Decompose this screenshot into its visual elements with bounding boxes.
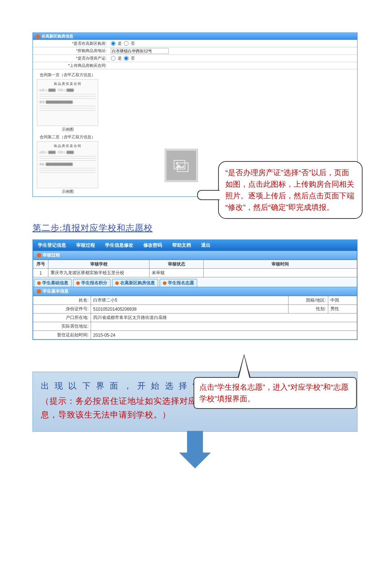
sample-tag-1: 示例图	[35, 127, 100, 132]
sample1-caption: 合同第一页（含甲乙双方信息）	[35, 72, 100, 78]
callout-upload-instruction: “是否办理房产证”选择“否”以后，页面如图，点击此图标，上传购房合同相关照片。逐…	[218, 161, 363, 219]
name-label: 姓名:	[33, 296, 91, 305]
audit-row-status: 未审核	[150, 269, 204, 277]
hukou-value: 四川省成都市青羊区太升路街道白庙路	[91, 314, 357, 322]
audit-table: 序号 审核学校 审核状态 审核时间 1 重庆市九龙坡区驿都实验学校五里分校 未审…	[33, 260, 357, 277]
q-buy-in-district-label: *是否在高新区购房:	[33, 40, 109, 47]
radio-buy-no-label: 否	[131, 41, 135, 46]
tab-housing-info[interactable]: 在高新区购房信息	[112, 279, 158, 287]
tab-label: 学生基础信息	[42, 280, 68, 286]
sample-column: 合同第一页（含甲乙双方信息） 商品房买卖合同 出卖人: ████ 买受人: ██…	[35, 72, 100, 194]
student-basic-header: 学生基本信息	[33, 287, 357, 296]
student-info-panel: 学生登记信息 审核过程 学生信息修改 修改密码 帮助文档 退出 审核过程 序号 …	[32, 239, 358, 340]
nationality-value: 中国	[328, 296, 357, 305]
tab-label: 在高新区购房信息	[120, 280, 155, 286]
sample1-title: 商品房买卖合同	[39, 82, 96, 86]
temp-cert-label: 暂住证起始时间:	[33, 331, 91, 340]
sample-tag-2: 示例图	[35, 189, 100, 194]
nav-help-docs[interactable]: 帮助文档	[172, 242, 191, 248]
radio-cert-yes-label: 是	[118, 56, 122, 61]
sample2-image: 商品房买卖合同 出卖人: ████ 买受人: ████ 条款: ████████…	[37, 141, 98, 188]
radio-buy-yes-label: 是	[118, 41, 122, 46]
q-cert-label: *是否办理房产证:	[33, 55, 109, 62]
upload-image-slot[interactable]	[165, 149, 198, 182]
audit-row-school: 重庆市九龙坡区驿都实验学校五里分校	[48, 269, 150, 277]
radio-cert-no-label: 否	[131, 56, 135, 61]
tab-label: 学生报名志愿	[168, 280, 194, 286]
student-info-table: 姓名: 白市驿二小5 国籍/地区: 中国 身份证件号: 510105201405…	[33, 296, 357, 340]
step2-heading: 第二步:填报对应学校和志愿校	[32, 222, 358, 234]
audit-process-header: 审核过程	[33, 251, 357, 260]
address-input[interactable]	[111, 48, 169, 54]
temp-cert-value: 2015-05-24	[91, 331, 357, 340]
section-icon	[37, 289, 41, 294]
top-navigation: 学生登记信息 审核过程 学生信息修改 修改密码 帮助文档 退出	[33, 240, 357, 251]
callout-wish-instruction: 点击“学生报名志愿”，进入“对应学校”和“志愿学校”填报界面。	[194, 377, 357, 409]
down-arrow-icon	[179, 431, 211, 467]
nav-audit-process[interactable]: 审核过程	[76, 242, 95, 248]
section-icon	[36, 34, 40, 39]
id-value: 510105201405206938	[91, 305, 289, 314]
upload-contract-label: *上传商品房购买合同:	[33, 62, 109, 69]
sample2-title: 商品房买卖合同	[39, 144, 96, 148]
section-icon	[37, 253, 41, 258]
id-label: 身份证件号:	[33, 305, 91, 314]
tab-student-wish[interactable]: 学生报名志愿	[160, 279, 197, 287]
audit-row-time	[204, 269, 357, 277]
housing-panel-title: 在高新区购房信息	[42, 34, 73, 39]
tab-icon	[76, 281, 80, 285]
tab-label: 学生报名积分	[81, 280, 107, 286]
tab-student-basic[interactable]: 学生基础信息	[34, 279, 72, 287]
radio-buy-no[interactable]	[124, 41, 129, 46]
hukou-label: 户口所在地:	[33, 314, 91, 322]
address-label: *所购商品房地址:	[33, 47, 109, 55]
audit-head-time: 审核时间	[204, 260, 357, 269]
image-placeholder-icon	[173, 159, 190, 172]
radio-buy-yes[interactable]	[111, 41, 116, 46]
audit-header-label: 审核过程	[43, 252, 60, 258]
radio-cert-no[interactable]	[124, 56, 129, 61]
residence-label: 实际居住地址:	[33, 322, 91, 331]
audit-head-status: 审核状态	[150, 260, 204, 269]
radio-cert-yes[interactable]	[111, 56, 116, 61]
tab-icon	[163, 281, 166, 285]
housing-panel-header: 在高新区购房信息	[33, 33, 357, 40]
gender-label: 性别:	[289, 305, 328, 314]
sample1-image: 商品房买卖合同 出卖人: ████ 买受人: ████ 签署: ████████…	[37, 79, 98, 126]
audit-row-seq: 1	[33, 269, 48, 277]
tab-icon	[37, 281, 41, 285]
gender-value: 男性	[328, 305, 357, 314]
audit-head-seq: 序号	[33, 260, 48, 269]
tab-student-points[interactable]: 学生报名积分	[73, 279, 110, 287]
name-value: 白市驿二小5	[91, 296, 289, 305]
nav-student-edit[interactable]: 学生信息修改	[105, 242, 133, 248]
student-basic-header-label: 学生基本信息	[43, 288, 69, 294]
audit-head-school: 审核学校	[48, 260, 150, 269]
tab-icon	[115, 281, 119, 285]
sample2-caption: 合同第二页（含甲乙双方信息）	[35, 134, 100, 140]
residence-value	[91, 322, 357, 331]
nav-logout[interactable]: 退出	[201, 242, 211, 248]
info-tabs: 学生基础信息 学生报名积分 在高新区购房信息 学生报名志愿	[33, 277, 357, 287]
audit-row: 1 重庆市九龙坡区驿都实验学校五里分校 未审核	[33, 269, 357, 277]
nav-student-reg[interactable]: 学生登记信息	[38, 242, 66, 248]
nav-change-password[interactable]: 修改密码	[143, 242, 162, 248]
nationality-label: 国籍/地区:	[289, 296, 328, 305]
